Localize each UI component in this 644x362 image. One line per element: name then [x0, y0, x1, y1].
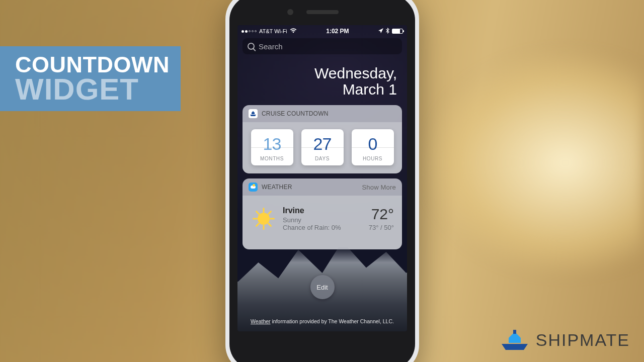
spotlight-search[interactable]: Search	[243, 38, 402, 54]
cell-signal-icon	[242, 30, 257, 33]
weather-attribution-link[interactable]: Weather	[251, 318, 271, 324]
edit-widgets-button[interactable]: Edit	[310, 275, 335, 299]
weather-temps: 72° 73° / 50°	[369, 206, 394, 231]
status-bar-time: 1:02 PM	[326, 28, 349, 35]
countdown-cards: 13 MONTHS 27 DAYS 0 HOURS	[250, 129, 395, 165]
promo-title-line2: WIDGET	[15, 75, 170, 104]
weather-app-icon	[249, 183, 258, 192]
weather-summary: Irvine Sunny Chance of Rain: 0%	[283, 206, 361, 231]
today-date-line2: March 1	[237, 81, 397, 98]
weather-body: Irvine Sunny Chance of Rain: 0% 72° 73° …	[243, 196, 402, 249]
weather-title: WEATHER	[262, 184, 292, 191]
phone-earpiece	[306, 10, 339, 14]
phone-camera-dot	[287, 9, 293, 15]
location-icon	[378, 28, 383, 34]
cruise-countdown-widget[interactable]: CRUISE COUNTDOWN 13 MONTHS 27 DAYS	[243, 105, 402, 173]
weather-row: Irvine Sunny Chance of Rain: 0% 72° 73° …	[250, 203, 395, 241]
brand-lockup: SHIPMATE	[500, 329, 630, 351]
svg-rect-0	[513, 330, 516, 334]
phone-screen: AT&T Wi-Fi 1:02 PM	[237, 25, 407, 331]
today-date: Wednesday, March 1	[237, 54, 407, 105]
countdown-days-value: 27	[301, 134, 344, 154]
edit-label: Edit	[316, 284, 328, 291]
weather-current-temp: 72°	[369, 206, 394, 223]
countdown-days-label: DAYS	[301, 156, 344, 161]
countdown-hours-value: 0	[352, 134, 394, 154]
weather-widget[interactable]: WEATHER Show More	[243, 178, 402, 249]
brand-name: SHIPMATE	[536, 330, 630, 350]
status-bar: AT&T Wi-Fi 1:02 PM	[237, 25, 407, 35]
today-date-line1: Wednesday,	[237, 65, 397, 81]
weather-rain-chance: Chance of Rain: 0%	[283, 224, 361, 231]
promo-background: COUNTDOWN WIDGET AT&T Wi-Fi	[0, 0, 644, 362]
battery-icon	[392, 29, 403, 34]
carrier-label: AT&T Wi-Fi	[259, 28, 287, 34]
weather-show-more[interactable]: Show More	[362, 184, 396, 191]
weather-attribution-text: information provided by The Weather Chan…	[271, 318, 394, 324]
cruise-countdown-title: CRUISE COUNTDOWN	[262, 110, 329, 117]
phone-bezel: AT&T Wi-Fi 1:02 PM	[229, 0, 415, 362]
weather-attribution: Weather information provided by The Weat…	[237, 318, 407, 324]
weather-condition: Sunny	[283, 216, 361, 224]
cruise-countdown-header: CRUISE COUNTDOWN	[243, 105, 402, 122]
countdown-hours-label: HOURS	[352, 156, 394, 161]
search-icon	[248, 43, 255, 50]
weather-hilo: 73° / 50°	[369, 224, 394, 231]
shipmate-app-icon	[249, 109, 258, 118]
countdown-months-card: 13 MONTHS	[251, 129, 293, 165]
status-bar-right	[378, 28, 403, 35]
wifi-icon	[290, 28, 297, 34]
phone-device-frame: AT&T Wi-Fi 1:02 PM	[225, 0, 419, 362]
weather-header: WEATHER Show More	[243, 178, 402, 196]
weather-city: Irvine	[283, 206, 361, 215]
countdown-days-card: 27 DAYS	[301, 129, 344, 165]
countdown-months-value: 13	[251, 134, 293, 154]
search-placeholder: Search	[259, 42, 283, 51]
status-bar-left: AT&T Wi-Fi	[242, 28, 297, 34]
countdown-months-label: MONTHS	[251, 156, 293, 161]
ship-icon	[500, 329, 530, 351]
sun-icon	[253, 208, 275, 230]
countdown-hours-card: 0 HOURS	[352, 129, 394, 165]
cruise-countdown-body: 13 MONTHS 27 DAYS 0 HOURS	[243, 122, 402, 173]
bluetooth-icon	[386, 28, 389, 35]
promo-title-badge: COUNTDOWN WIDGET	[0, 46, 181, 111]
